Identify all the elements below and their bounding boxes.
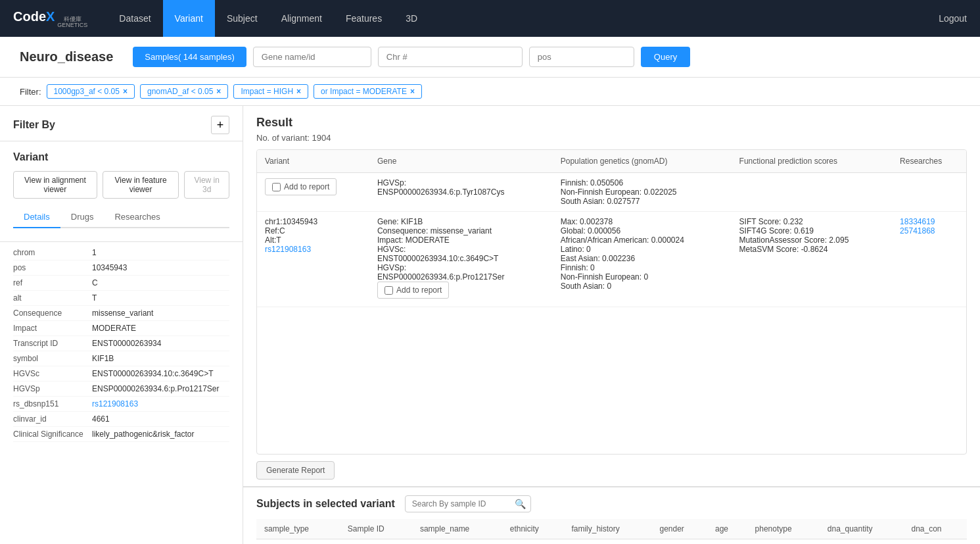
table-row: Add to report HGVSp: ENSP00000263934.6:p… — [257, 173, 966, 212]
gene-input[interactable] — [253, 47, 371, 67]
row2-rs-link[interactable]: rs121908163 — [265, 245, 311, 254]
detail-clinical-significance: Clinical Significance likely_pathogenic&… — [13, 427, 229, 442]
details-scroll: chrom 1 pos 10345943 ref C alt T Consequ… — [0, 242, 243, 544]
detail-transcript-id: Transcript ID ENST00000263934 — [13, 336, 229, 351]
filter-tag-impact-moderate[interactable]: or Impact = MODERATE × — [314, 84, 422, 99]
nav-features[interactable]: Features — [334, 0, 394, 37]
row2-alt: Alt:T — [265, 235, 362, 245]
col-functional: Functional prediction scores — [732, 150, 893, 173]
row2-pop-eas: East Asian: 0.002236 — [561, 254, 724, 263]
samples-button[interactable]: Samples( 144 samples) — [133, 47, 246, 67]
tab-details[interactable]: Details — [13, 207, 60, 228]
add-report-checkbox-1[interactable] — [272, 183, 281, 191]
detail-tabs: Details Drugs Researches — [13, 207, 229, 228]
filter-remove-impact-moderate[interactable]: × — [410, 87, 415, 96]
row2-pop-lat: Latino: 0 — [561, 245, 724, 254]
logout-button[interactable]: Logout — [939, 13, 967, 24]
detail-impact: Impact MODERATE — [13, 321, 229, 336]
row1-variant-cell: Add to report — [257, 173, 369, 212]
add-to-report-button-1[interactable]: Add to report — [265, 178, 337, 195]
add-filter-button[interactable]: + — [211, 116, 229, 134]
brand-genetics: 科優庫 GENETICS — [57, 16, 87, 28]
table-row: chr1:10345943 Ref:C Alt:T rs121908163 Ge… — [257, 212, 966, 307]
nav-alignment[interactable]: Alignment — [269, 0, 334, 37]
detail-clinvar-id: clinvar_id 4661 — [13, 412, 229, 427]
subjects-col-dna-quantity: dna_quantity — [820, 519, 904, 539]
subjects-col-ethnicity: ethnicity — [502, 519, 564, 539]
feature-viewer-button[interactable]: View in feature viewer — [103, 171, 179, 199]
row2-hgvsc-label: HGVSc: — [377, 245, 545, 254]
add-report-checkbox-2[interactable] — [385, 286, 393, 295]
navbar: Code X 科優庫 GENETICS Dataset Variant Subj… — [0, 0, 980, 37]
detail-alt: alt T — [13, 291, 229, 306]
row2-metasvm: MetaSVM Score: -0.8624 — [739, 245, 885, 254]
row1-ensp: ENSP00000263934.6:p.Tyr1087Cys — [377, 187, 545, 197]
row1-pop-cell: Finnish: 0.050506 Non-Finnish European: … — [553, 173, 732, 212]
col-researches: Researches — [892, 150, 966, 173]
filter-by-header: Filter By + — [0, 106, 243, 141]
row2-func-cell: SIFT Score: 0.232 SIFT4G Score: 0.619 Mu… — [732, 212, 893, 307]
row2-pop-fin: Finnish: 0 — [561, 263, 724, 272]
pos-input[interactable] — [529, 47, 634, 67]
viewer-buttons: View in alignment viewer View in feature… — [13, 171, 229, 199]
nav-variant[interactable]: Variant — [163, 0, 215, 37]
variant-section: Variant View in alignment viewer View in… — [0, 141, 243, 242]
result-table-wrapper: Variant Gene Population genetics (gnomAD… — [256, 149, 967, 455]
subjects-table: sample_type Sample ID sample_name ethnic… — [256, 519, 967, 539]
filter-tag-gnomad[interactable]: gnomAD_af < 0.05 × — [140, 84, 228, 99]
3d-viewer-button[interactable]: View in 3d — [184, 171, 229, 199]
tab-researches[interactable]: Researches — [104, 207, 170, 228]
row2-chr: chr1:10345943 — [265, 217, 362, 226]
detail-ref: ref C — [13, 276, 229, 291]
row2-hgvsp: ENSP00000263934.6:p.Pro1217Ser — [377, 272, 545, 282]
filter-tag-1000gp3[interactable]: 1000gp3_af < 0.05 × — [47, 84, 135, 99]
row1-pop-sa: South Asian: 0.027577 — [561, 197, 724, 206]
generate-report-button[interactable]: Generate Report — [256, 461, 335, 480]
subjects-col-sample-id: Sample ID — [340, 519, 412, 539]
nav-3d[interactable]: 3D — [394, 0, 429, 37]
search-icon: 🔍 — [515, 499, 526, 509]
filter-remove-1000gp3[interactable]: × — [123, 87, 128, 96]
filter-label: Filter: — [20, 87, 41, 97]
nav-subject[interactable]: Subject — [215, 0, 269, 37]
subjects-col-dna-con: dna_con — [904, 519, 968, 539]
alignment-viewer-button[interactable]: View in alignment viewer — [13, 171, 97, 199]
sample-search-wrap: 🔍 — [405, 495, 531, 512]
subjects-col-sample-name: sample_name — [412, 519, 502, 539]
detail-hgvsp: HGVSp ENSP00000263934.6:p.Pro1217Ser — [13, 382, 229, 397]
row2-gene-name: Gene: KIF1B — [377, 217, 545, 226]
col-variant: Variant — [257, 150, 369, 173]
detail-pos: pos 10345943 — [13, 260, 229, 276]
sample-search-input[interactable] — [405, 495, 531, 512]
row2-pop-cell: Max: 0.002378 Global: 0.000056 African/A… — [553, 212, 732, 307]
add-to-report-button-2[interactable]: Add to report — [377, 282, 449, 299]
row1-research-cell — [892, 173, 966, 212]
filter-remove-impact-high[interactable]: × — [296, 87, 301, 96]
research-link-1[interactable]: 18334619 — [900, 217, 935, 226]
right-panel: Result No. of variant: 1904 Variant Gene… — [243, 106, 980, 544]
filter-remove-gnomad[interactable]: × — [216, 87, 221, 96]
row2-impact: Impact: MODERATE — [377, 235, 545, 245]
nav-dataset[interactable]: Dataset — [107, 0, 162, 37]
row2-research-cell: 18334619 25741868 — [892, 212, 966, 307]
row2-ref: Ref:C — [265, 226, 362, 235]
page-title: Neuro_disease — [20, 49, 113, 64]
brand-logo: Code X 科優庫 GENETICS — [13, 9, 87, 28]
query-button[interactable]: Query — [641, 47, 690, 67]
detail-symbol: symbol KIF1B — [13, 351, 229, 366]
chr-input[interactable] — [378, 47, 523, 67]
subjects-title: Subjects in selected variant — [256, 498, 395, 510]
row2-consequence: Consequence: missense_variant — [377, 226, 545, 235]
row2-ma: MutationAssessor Score: 2.095 — [739, 235, 885, 245]
tab-drugs[interactable]: Drugs — [60, 207, 105, 228]
rs-dbsnp-link[interactable]: rs121908163 — [92, 399, 138, 408]
research-link-2[interactable]: 25741868 — [900, 226, 935, 235]
col-population: Population genetics (gnomAD) — [553, 150, 732, 173]
filter-tag-impact-high[interactable]: Impact = HIGH × — [233, 84, 308, 99]
row1-pop-nfe: Non-Finnish European: 0.022025 — [561, 187, 724, 197]
brand-name-codex: Code — [13, 9, 46, 24]
subjects-col-family-history: family_history — [563, 519, 651, 539]
detail-hgvsc: HGVSc ENST00000263934.10:c.3649C>T — [13, 366, 229, 382]
detail-consequence: Consequence missense_variant — [13, 306, 229, 321]
brand-name-x: X — [46, 9, 55, 24]
